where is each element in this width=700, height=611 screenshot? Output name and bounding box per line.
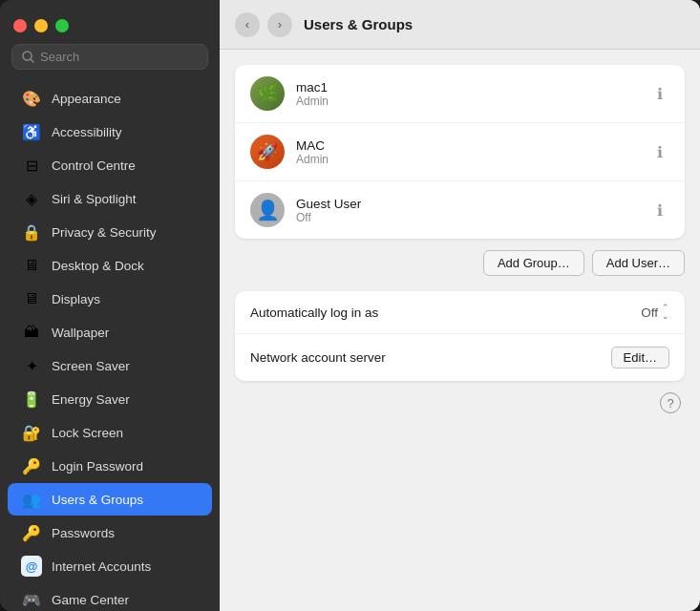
avatar-guest: 👤 bbox=[250, 193, 285, 227]
forward-button[interactable]: › bbox=[267, 12, 292, 37]
sidebar-item-lock-screen[interactable]: 🔐Lock Screen bbox=[8, 416, 212, 449]
user-row-mac1[interactable]: 🌿mac1Adminℹ bbox=[235, 65, 685, 123]
user-info-mac: MACAdmin bbox=[296, 138, 639, 166]
sidebar-icon-screen-saver: ✦ bbox=[21, 355, 42, 376]
sidebar-icon-appearance: 🎨 bbox=[21, 88, 42, 109]
panel-body: 🌿mac1Adminℹ🚀MACAdminℹ👤Guest UserOffℹ Add… bbox=[220, 50, 700, 611]
sidebar-label-energy-saver: Energy Saver bbox=[52, 392, 130, 407]
sidebar-item-wallpaper[interactable]: 🏔Wallpaper bbox=[8, 316, 212, 348]
setting-row-auto-login: Automatically log in asOff⌃⌄ bbox=[235, 291, 685, 334]
sidebar-icon-wallpaper: 🏔 bbox=[21, 322, 42, 343]
user-info-button-mac1[interactable]: ℹ bbox=[650, 84, 669, 103]
forward-icon: › bbox=[278, 17, 282, 32]
sidebar-item-siri-spotlight[interactable]: ◈Siri & Spotlight bbox=[8, 182, 212, 215]
setting-edit-network-server[interactable]: Edit… bbox=[611, 347, 669, 369]
sidebar-icon-lock-screen: 🔐 bbox=[21, 422, 42, 443]
user-name-mac1: mac1 bbox=[296, 80, 639, 95]
user-role-mac1: Admin bbox=[296, 95, 639, 108]
add-group-button[interactable]: Add Group… bbox=[483, 250, 584, 276]
sidebar-item-desktop-dock[interactable]: 🖥Desktop & Dock bbox=[8, 249, 212, 282]
setting-value-auto-login: Off⌃⌄ bbox=[641, 304, 669, 321]
settings-section: Automatically log in asOff⌃⌄Network acco… bbox=[235, 291, 685, 381]
user-info-button-guest[interactable]: ℹ bbox=[650, 200, 669, 220]
sidebar-item-screen-saver[interactable]: ✦Screen Saver bbox=[8, 349, 212, 382]
setting-label-auto-login: Automatically log in as bbox=[250, 306, 641, 320]
sidebar-item-passwords[interactable]: 🔑Passwords bbox=[8, 516, 212, 549]
avatar-mac: 🚀 bbox=[250, 135, 285, 169]
search-icon bbox=[22, 51, 34, 63]
add-buttons-row: Add Group… Add User… bbox=[235, 250, 685, 276]
sidebar-label-appearance: Appearance bbox=[52, 92, 121, 106]
sidebar-item-login-password[interactable]: 🔑Login Password bbox=[8, 450, 212, 482]
sidebar-icon-privacy-security: 🔒 bbox=[21, 221, 42, 242]
sidebar-label-users-groups: Users & Groups bbox=[52, 493, 143, 507]
setting-val-text-auto-login: Off bbox=[641, 306, 658, 320]
sidebar-item-privacy-security[interactable]: 🔒Privacy & Security bbox=[8, 216, 212, 248]
sidebar-items-list: 🎨Appearance♿Accessibility⊟Control Centre… bbox=[0, 81, 220, 611]
sidebar-icon-login-password: 🔑 bbox=[21, 455, 42, 476]
settings-list: Automatically log in asOff⌃⌄Network acco… bbox=[235, 291, 685, 381]
search-box[interactable]: Search bbox=[11, 44, 208, 70]
chevron-icon-auto-login: ⌃⌄ bbox=[662, 304, 669, 321]
user-role-mac: Admin bbox=[296, 153, 639, 166]
users-section: 🌿mac1Adminℹ🚀MACAdminℹ👤Guest UserOffℹ bbox=[235, 65, 685, 239]
sidebar-label-accessibility: Accessibility bbox=[52, 125, 122, 139]
panel-header: ‹ › Users & Groups bbox=[220, 0, 700, 50]
back-button[interactable]: ‹ bbox=[235, 12, 260, 37]
sidebar-label-internet-accounts: Internet Accounts bbox=[52, 559, 151, 574]
setting-value-network-server: Edit… bbox=[611, 347, 669, 369]
minimize-button[interactable] bbox=[34, 19, 48, 32]
sidebar-icon-users-groups: 👥 bbox=[21, 489, 42, 510]
search-container: Search bbox=[0, 40, 220, 81]
sidebar-label-privacy-security: Privacy & Security bbox=[52, 225, 157, 240]
users-list: 🌿mac1Adminℹ🚀MACAdminℹ👤Guest UserOffℹ bbox=[235, 65, 685, 239]
user-info-button-mac[interactable]: ℹ bbox=[650, 142, 669, 161]
sidebar-icon-displays: 🖥 bbox=[21, 288, 42, 309]
maximize-button[interactable] bbox=[55, 19, 69, 32]
sidebar-item-energy-saver[interactable]: 🔋Energy Saver bbox=[8, 383, 212, 415]
user-info-mac1: mac1Admin bbox=[296, 80, 639, 108]
sidebar-label-desktop-dock: Desktop & Dock bbox=[52, 259, 144, 273]
search-placeholder: Search bbox=[40, 50, 79, 64]
setting-row-network-server: Network account serverEdit… bbox=[235, 334, 685, 381]
sidebar-label-siri-spotlight: Siri & Spotlight bbox=[52, 192, 137, 206]
user-info-guest: Guest UserOff bbox=[296, 197, 639, 224]
sidebar-item-displays[interactable]: 🖥Displays bbox=[8, 283, 212, 315]
back-icon: ‹ bbox=[245, 17, 249, 32]
help-button[interactable]: ? bbox=[660, 392, 681, 413]
main-window: Search 🎨Appearance♿Accessibility⊟Control… bbox=[0, 0, 700, 611]
help-row: ? bbox=[235, 381, 685, 425]
sidebar-icon-passwords: 🔑 bbox=[21, 522, 42, 543]
sidebar-label-wallpaper: Wallpaper bbox=[52, 326, 109, 340]
sidebar-label-displays: Displays bbox=[52, 292, 100, 306]
content-area: Search 🎨Appearance♿Accessibility⊟Control… bbox=[0, 0, 700, 611]
sidebar-icon-internet-accounts: @ bbox=[21, 556, 42, 577]
avatar-mac1: 🌿 bbox=[250, 76, 285, 111]
sidebar-icon-game-center: 🎮 bbox=[21, 589, 42, 610]
user-name-guest: Guest User bbox=[296, 197, 639, 211]
user-role-guest: Off bbox=[296, 211, 639, 224]
sidebar-label-game-center: Game Center bbox=[52, 593, 129, 607]
add-user-button[interactable]: Add User… bbox=[592, 250, 685, 276]
sidebar-label-passwords: Passwords bbox=[52, 526, 115, 540]
sidebar-icon-accessibility: ♿ bbox=[21, 121, 42, 142]
sidebar-item-game-center[interactable]: 🎮Game Center bbox=[8, 583, 212, 611]
user-name-mac: MAC bbox=[296, 138, 639, 153]
sidebar-icon-siri-spotlight: ◈ bbox=[21, 188, 42, 209]
sidebar-label-control-centre: Control Centre bbox=[52, 158, 136, 173]
close-button[interactable] bbox=[13, 19, 27, 32]
sidebar-label-screen-saver: Screen Saver bbox=[52, 359, 130, 373]
sidebar-item-accessibility[interactable]: ♿Accessibility bbox=[8, 116, 212, 148]
sidebar-item-control-centre[interactable]: ⊟Control Centre bbox=[8, 149, 212, 181]
sidebar-label-lock-screen: Lock Screen bbox=[52, 426, 123, 440]
sidebar: Search 🎨Appearance♿Accessibility⊟Control… bbox=[0, 0, 220, 611]
sidebar-item-internet-accounts[interactable]: @Internet Accounts bbox=[8, 550, 212, 582]
sidebar-item-appearance[interactable]: 🎨Appearance bbox=[8, 82, 212, 115]
setting-label-network-server: Network account server bbox=[250, 350, 611, 365]
svg-line-1 bbox=[31, 59, 33, 62]
user-row-guest[interactable]: 👤Guest UserOffℹ bbox=[235, 181, 685, 239]
sidebar-icon-control-centre: ⊟ bbox=[21, 155, 42, 176]
main-panel: ‹ › Users & Groups 🌿mac1Adminℹ🚀MACAdminℹ… bbox=[220, 0, 700, 611]
user-row-mac[interactable]: 🚀MACAdminℹ bbox=[235, 123, 685, 181]
sidebar-item-users-groups[interactable]: 👥Users & Groups bbox=[8, 483, 212, 516]
